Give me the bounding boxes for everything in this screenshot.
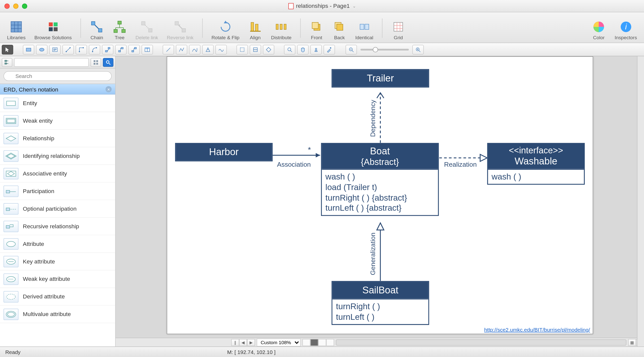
library-item[interactable]: Weak key attribute xyxy=(0,270,115,288)
hand-tool[interactable] xyxy=(297,45,308,54)
close-window-button[interactable] xyxy=(4,3,10,9)
page-tab[interactable] xyxy=(326,339,334,346)
front-button[interactable]: Front xyxy=(307,19,326,41)
sidebar-tree-icon[interactable] xyxy=(2,58,12,67)
page-tab[interactable] xyxy=(302,339,310,346)
sidebar-grid-view-icon[interactable] xyxy=(91,58,101,67)
library-header[interactable]: ERD, Chen's notation × xyxy=(0,84,115,95)
library-item[interactable]: Weak entity xyxy=(0,112,115,130)
identical-button[interactable]: Identical xyxy=(353,19,376,41)
color-button[interactable]: Color xyxy=(589,19,609,41)
library-item[interactable]: Identifying relationship xyxy=(0,147,115,165)
uml-class-harbor[interactable]: Harbor xyxy=(175,143,272,161)
browse-solutions-button[interactable]: Browse Solutions xyxy=(32,19,74,41)
shape-thumbnail-icon xyxy=(4,115,18,126)
crop-3-tool[interactable] xyxy=(263,45,274,54)
freehand-tool[interactable] xyxy=(215,45,227,54)
reverse-link-button[interactable]: Reverse link xyxy=(164,19,196,41)
library-item[interactable]: Recursive relationship xyxy=(0,218,115,235)
zoom-in-button[interactable] xyxy=(412,45,424,54)
library-search-input[interactable] xyxy=(4,71,112,81)
page-tab-active[interactable] xyxy=(310,339,318,346)
library-item[interactable]: Key attribute xyxy=(0,253,115,271)
zoom-select[interactable]: Custom 108% xyxy=(257,338,301,346)
next-page-button[interactable]: ▶ xyxy=(247,339,255,346)
diagram-page[interactable]: Trailer Harbor Boat {Abstract} wash ( )l… xyxy=(167,56,593,334)
rect-tool[interactable] xyxy=(23,45,34,54)
pointer-tool[interactable] xyxy=(2,45,13,54)
crop-1-tool[interactable] xyxy=(236,45,248,54)
connector-4-tool[interactable] xyxy=(102,45,113,54)
stamp-tool[interactable] xyxy=(310,45,322,54)
zoom-tool[interactable] xyxy=(284,45,295,54)
library-item[interactable]: Entity xyxy=(0,95,115,112)
crop-2-tool[interactable] xyxy=(250,45,261,54)
delete-link-button[interactable]: Delete link xyxy=(133,19,161,41)
library-item[interactable]: Derived attribute xyxy=(0,288,115,305)
library-item[interactable]: Optional participation xyxy=(0,200,115,218)
uml-title: Washable xyxy=(492,156,579,167)
horizontal-scrollbar[interactable] xyxy=(336,339,626,345)
library-item[interactable]: Attribute xyxy=(0,235,115,253)
uml-interface-washable[interactable]: <<interface>> Washable wash ( ) xyxy=(487,143,585,185)
connector-1-tool[interactable] xyxy=(62,45,74,54)
library-name: ERD, Chen's notation xyxy=(4,86,58,93)
maximize-window-button[interactable] xyxy=(22,3,27,9)
vertical-scrollbar[interactable] xyxy=(637,56,644,346)
distribute-button[interactable]: Distribute xyxy=(268,19,294,41)
library-item[interactable]: Participation xyxy=(0,183,115,200)
chain-button[interactable]: Chain xyxy=(87,19,106,41)
window-title[interactable]: relationships - Page1 ⌄ xyxy=(288,3,356,9)
align-button[interactable]: Align xyxy=(246,19,265,41)
text-tool[interactable] xyxy=(49,45,61,54)
connector-2-tool[interactable] xyxy=(76,45,87,54)
inspectors-button[interactable]: iInspectors xyxy=(612,19,640,41)
uml-operations: wash ( ) xyxy=(488,169,584,184)
zoom-slider[interactable] xyxy=(360,49,409,50)
curve-tool[interactable] xyxy=(189,45,200,54)
svg-line-22 xyxy=(145,25,148,29)
uml-class-boat[interactable]: Boat {Abstract} wash ( )load (Trailer t)… xyxy=(321,143,439,216)
library-item[interactable]: Associative entity xyxy=(0,165,115,183)
page-tab[interactable] xyxy=(318,339,326,346)
library-item[interactable]: Multivalue attribute xyxy=(0,305,115,323)
page-tabs[interactable] xyxy=(302,339,334,346)
uml-class-sailboat[interactable]: SailBoat turnRight ( )turnLeft ( ) xyxy=(332,281,429,325)
library-item-label: Recursive relationship xyxy=(23,223,79,230)
minimize-window-button[interactable] xyxy=(13,3,18,9)
line-tool[interactable] xyxy=(163,45,174,54)
svg-marker-26 xyxy=(224,21,227,23)
svg-line-82 xyxy=(352,50,353,52)
generalization-label: Generalization xyxy=(369,233,376,275)
libraries-button[interactable]: Libraries xyxy=(4,19,28,41)
eyedropper-tool[interactable] xyxy=(324,45,335,54)
canvas-scroll[interactable]: Trailer Harbor Boat {Abstract} wash ( )l… xyxy=(116,56,644,338)
tree-button[interactable]: Tree xyxy=(110,19,129,41)
page-bar: ‖ ◀ ▶ Custom 108% ▦ ▥ xyxy=(116,338,644,346)
connector-5-tool[interactable] xyxy=(115,45,127,54)
prev-page-button[interactable]: ◀ xyxy=(239,339,247,346)
pen-tool[interactable] xyxy=(202,45,214,54)
zoom-slider-knob[interactable] xyxy=(373,47,378,52)
layout-toggle-1[interactable]: ▦ xyxy=(628,339,636,346)
library-item[interactable]: Relationship xyxy=(0,130,115,147)
close-library-icon[interactable]: × xyxy=(105,86,111,92)
grid-button[interactable]: Grid xyxy=(389,19,408,41)
svg-point-110 xyxy=(7,241,15,246)
svg-rect-87 xyxy=(5,60,7,61)
zoom-out-button[interactable] xyxy=(345,45,357,54)
uml-operations: turnRight ( )turnLeft ( ) xyxy=(332,298,428,324)
table-tool[interactable] xyxy=(142,45,153,54)
sidebar-header xyxy=(0,56,115,69)
connector-6-tool[interactable] xyxy=(128,45,140,54)
pause-icon[interactable]: ‖ xyxy=(231,339,239,346)
ellipse-tool[interactable] xyxy=(36,45,47,54)
sidebar-path-input[interactable] xyxy=(14,58,89,67)
rotate-flip-button[interactable]: Rotate & Flip xyxy=(209,19,242,41)
polyline-tool[interactable] xyxy=(176,45,187,54)
connector-3-tool[interactable] xyxy=(89,45,100,54)
source-link[interactable]: http://sce2.umkc.edu/BIT/burrise/pl/mode… xyxy=(484,327,590,333)
back-button[interactable]: Back xyxy=(330,19,349,41)
sidebar-search-icon[interactable] xyxy=(103,58,113,67)
uml-class-trailer[interactable]: Trailer xyxy=(332,69,429,87)
